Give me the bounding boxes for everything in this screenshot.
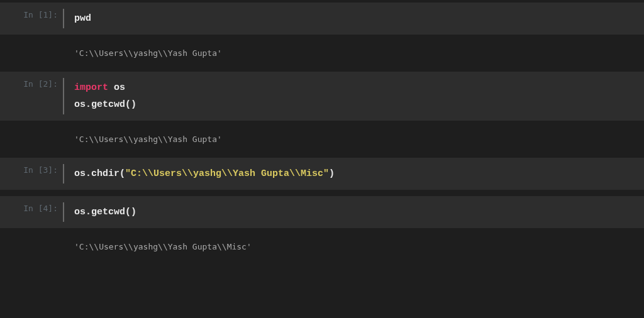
code-line: os.getcwd()	[74, 204, 634, 221]
code-line: os.getcwd()	[74, 96, 634, 113]
output-cell: . 'C:\\Users\\yashg\\Yash Gupta\\Misc'	[0, 234, 644, 259]
output-cell: . 'C:\\Users\\yashg\\Yash Gupta'	[0, 127, 644, 151]
notebook-cells: In [1]: pwd . 'C:\\Users\\yashg\\Yash Gu…	[0, 0, 644, 259]
code-content[interactable]: os.getcwd()	[64, 196, 644, 228]
code-content[interactable]: pwd	[64, 3, 644, 35]
input-prompt: In [1]:	[0, 3, 63, 35]
input-cell[interactable]: In [4]: os.getcwd()	[0, 196, 644, 228]
output-prompt: .	[0, 41, 63, 65]
code-content[interactable]: os.chdir("C:\\Users\\yashg\\Yash Gupta\\…	[64, 158, 644, 190]
output-prompt: .	[0, 127, 63, 151]
input-cell[interactable]: In [1]: pwd	[0, 3, 644, 35]
input-prompt: In [2]:	[0, 72, 63, 121]
input-cell[interactable]: In [2]: import os os.getcwd()	[0, 72, 644, 121]
input-prompt: In [3]:	[0, 158, 63, 190]
output-cell: . 'C:\\Users\\yashg\\Yash Gupta'	[0, 41, 644, 65]
code-line: os.chdir("C:\\Users\\yashg\\Yash Gupta\\…	[74, 165, 634, 182]
code-line: import os	[74, 79, 634, 96]
code-content[interactable]: import os os.getcwd()	[64, 72, 644, 121]
output-content: 'C:\\Users\\yashg\\Yash Gupta'	[64, 127, 644, 151]
input-cell[interactable]: In [3]: os.chdir("C:\\Users\\yashg\\Yash…	[0, 158, 644, 190]
code-line: pwd	[74, 10, 634, 27]
input-prompt: In [4]:	[0, 196, 63, 228]
output-content: 'C:\\Users\\yashg\\Yash Gupta'	[64, 41, 644, 65]
output-prompt: .	[0, 234, 63, 259]
output-content: 'C:\\Users\\yashg\\Yash Gupta\\Misc'	[64, 234, 644, 259]
